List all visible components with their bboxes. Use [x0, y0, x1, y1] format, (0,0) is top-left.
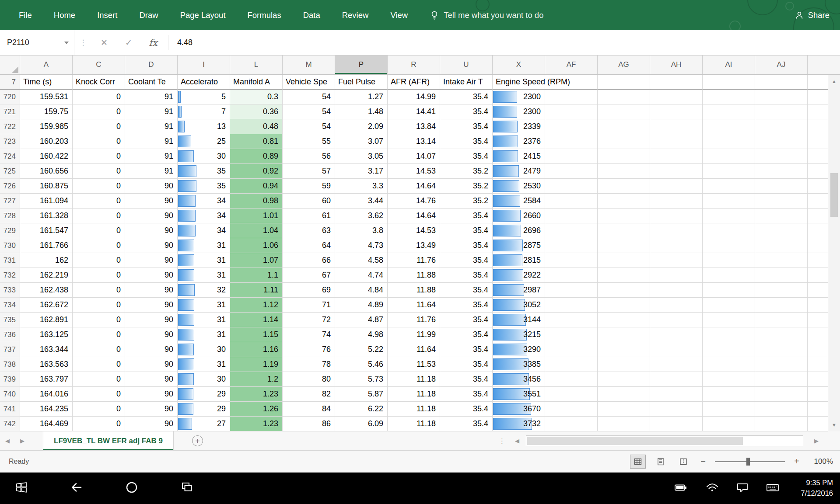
- cell-R-737[interactable]: 11.64: [388, 342, 440, 357]
- cell-R-726[interactable]: 14.64: [388, 179, 440, 194]
- cell-AH-736[interactable]: [650, 327, 703, 342]
- column-header-AG[interactable]: AG: [598, 56, 650, 74]
- cell-M-726[interactable]: 59: [283, 179, 335, 194]
- cell-P-725[interactable]: 3.17: [335, 164, 388, 179]
- cell-I-722[interactable]: 13: [178, 119, 230, 134]
- cell-R-730[interactable]: 13.49: [388, 238, 440, 253]
- cell-AJ-741[interactable]: [755, 402, 808, 417]
- task-view-button[interactable]: [180, 481, 193, 496]
- cell-A-733[interactable]: 162.438: [20, 283, 73, 298]
- cell-AJ-742[interactable]: [755, 417, 808, 431]
- cell-AI-739[interactable]: [703, 372, 755, 387]
- cell-P-734[interactable]: 4.89: [335, 298, 388, 313]
- cell-R-735[interactable]: 11.76: [388, 313, 440, 327]
- cell-I-732[interactable]: 31: [178, 268, 230, 283]
- cell-P-733[interactable]: 4.84: [335, 283, 388, 298]
- cell-empty[interactable]: [808, 75, 828, 90]
- cell-L-720[interactable]: 0.3: [230, 90, 283, 104]
- cell-C-721[interactable]: 0: [73, 104, 125, 119]
- row-number[interactable]: 7: [0, 75, 20, 90]
- cell-C-724[interactable]: 0: [73, 149, 125, 164]
- cell-L-736[interactable]: 1.15: [230, 327, 283, 342]
- cell-U-723[interactable]: 35.4: [440, 134, 493, 149]
- cell-C-727[interactable]: 0: [73, 194, 125, 209]
- formula-bar-handle[interactable]: ⋮: [74, 30, 92, 55]
- cell-L-741[interactable]: 1.26: [230, 402, 283, 417]
- column-header-R[interactable]: R: [388, 56, 440, 74]
- cell-AH-724[interactable]: [650, 149, 703, 164]
- cell-L-731[interactable]: 1.07: [230, 253, 283, 268]
- cell-R-733[interactable]: 11.88: [388, 283, 440, 298]
- cell-AH-725[interactable]: [650, 164, 703, 179]
- cell-A-737[interactable]: 163.344: [20, 342, 73, 357]
- cell-AF-740[interactable]: [545, 387, 598, 402]
- cell-AF-731[interactable]: [545, 253, 598, 268]
- cell-AJ-7[interactable]: [755, 75, 808, 90]
- cell-AG-728[interactable]: [598, 209, 650, 223]
- cell-I-725[interactable]: 35: [178, 164, 230, 179]
- cell-M-739[interactable]: 80: [283, 372, 335, 387]
- cell-AH-737[interactable]: [650, 342, 703, 357]
- cell-empty[interactable]: [808, 387, 828, 402]
- cell-M-731[interactable]: 66: [283, 253, 335, 268]
- ribbon-tab-insert[interactable]: Insert: [86, 0, 128, 30]
- sheet-tab[interactable]: LF9VEB_TL BW EFR adj FAB 9: [43, 431, 174, 450]
- row-number[interactable]: 721: [0, 104, 20, 119]
- cell-P-742[interactable]: 6.09: [335, 417, 388, 431]
- cell-AH-739[interactable]: [650, 372, 703, 387]
- cell-U-742[interactable]: 35.4: [440, 417, 493, 431]
- cell-AI-731[interactable]: [703, 253, 755, 268]
- keyboard-icon[interactable]: [766, 481, 780, 496]
- cell-C-737[interactable]: 0: [73, 342, 125, 357]
- cell-AJ-721[interactable]: [755, 104, 808, 119]
- cell-X-724[interactable]: 2415: [493, 149, 545, 164]
- cell-D-738[interactable]: 90: [125, 357, 178, 372]
- cell-P-721[interactable]: 1.48: [335, 104, 388, 119]
- cell-D-721[interactable]: 91: [125, 104, 178, 119]
- cell-AJ-723[interactable]: [755, 134, 808, 149]
- cell-X-723[interactable]: 2376: [493, 134, 545, 149]
- cell-AF-726[interactable]: [545, 179, 598, 194]
- cell-AH-729[interactable]: [650, 223, 703, 238]
- cell-M-725[interactable]: 57: [283, 164, 335, 179]
- cell-R-732[interactable]: 11.88: [388, 268, 440, 283]
- cell-R-723[interactable]: 13.14: [388, 134, 440, 149]
- cell-M-723[interactable]: 55: [283, 134, 335, 149]
- cell-AF-720[interactable]: [545, 90, 598, 104]
- cell-AI-722[interactable]: [703, 119, 755, 134]
- row-number[interactable]: 733: [0, 283, 20, 298]
- cell-I-741[interactable]: 29: [178, 402, 230, 417]
- cell-I-737[interactable]: 30: [178, 342, 230, 357]
- column-header-D[interactable]: D: [125, 56, 178, 74]
- cell-U-733[interactable]: 35.4: [440, 283, 493, 298]
- page-layout-view-button[interactable]: [653, 455, 668, 469]
- cell-L-7[interactable]: Manifold A: [230, 75, 283, 90]
- cell-U-725[interactable]: 35.2: [440, 164, 493, 179]
- column-header-AJ[interactable]: AJ: [755, 56, 808, 74]
- cell-AG-739[interactable]: [598, 372, 650, 387]
- select-all-button[interactable]: [0, 56, 20, 74]
- normal-view-button[interactable]: [630, 455, 646, 469]
- cell-AH-740[interactable]: [650, 387, 703, 402]
- cell-AH-733[interactable]: [650, 283, 703, 298]
- cell-R-728[interactable]: 14.64: [388, 209, 440, 223]
- back-button[interactable]: [70, 481, 83, 496]
- cell-X-728[interactable]: 2660: [493, 209, 545, 223]
- cell-C-723[interactable]: 0: [73, 134, 125, 149]
- cell-C-741[interactable]: 0: [73, 402, 125, 417]
- cell-AI-730[interactable]: [703, 238, 755, 253]
- cell-A-732[interactable]: 162.219: [20, 268, 73, 283]
- cell-empty[interactable]: [808, 223, 828, 238]
- cell-empty[interactable]: [808, 268, 828, 283]
- cell-AI-723[interactable]: [703, 134, 755, 149]
- cell-D-734[interactable]: 90: [125, 298, 178, 313]
- row-number[interactable]: 732: [0, 268, 20, 283]
- cell-AJ-734[interactable]: [755, 298, 808, 313]
- cell-AF-737[interactable]: [545, 342, 598, 357]
- row-number[interactable]: 725: [0, 164, 20, 179]
- cell-AF-722[interactable]: [545, 119, 598, 134]
- ribbon-tab-formulas[interactable]: Formulas: [237, 0, 292, 30]
- cell-L-732[interactable]: 1.1: [230, 268, 283, 283]
- scroll-down-button[interactable]: ▼: [828, 418, 840, 431]
- cell-AJ-740[interactable]: [755, 387, 808, 402]
